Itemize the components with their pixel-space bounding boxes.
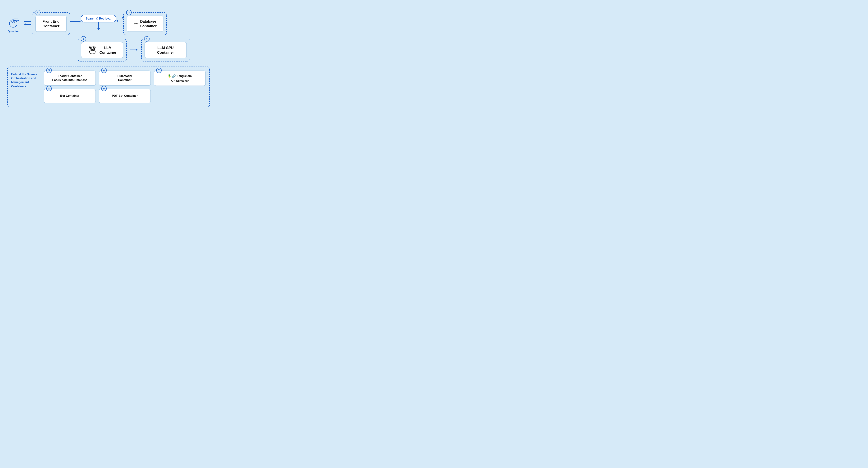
arrow-left-2 — [116, 20, 123, 22]
container-number-5: 5 — [46, 68, 52, 73]
bot-label: Bot Container — [60, 94, 80, 98]
pdf-bot-container: 9 PDF Bot Container — [99, 89, 151, 103]
behind-grid: 5 Loader ContainerLoads data into Databa… — [44, 70, 206, 103]
question-icon — [7, 16, 20, 29]
question-label: Question — [8, 30, 19, 33]
database-label: DatabaseContainer — [140, 19, 157, 28]
front-end-inner: Front EndContainer — [35, 15, 67, 32]
behind-scenes-label-block: Behind the ScenesOrchestration andManage… — [11, 70, 40, 89]
neo4j-text: ₙeo4j — [134, 22, 138, 25]
svg-point-5 — [90, 50, 95, 54]
search-db-arrows — [116, 17, 123, 22]
database-inner: ₙeo4j DatabaseContainer — [127, 15, 163, 32]
diagram: Question 1 Front EndContainer — [4, 7, 213, 111]
llm-container: 3 LL — [78, 39, 127, 61]
svg-point-6 — [90, 47, 95, 51]
search-retrieval-label: Search & Retrieval — [86, 17, 111, 20]
llm-icon — [88, 45, 97, 55]
container-number-7: 7 — [156, 68, 162, 73]
pull-model-inner: Pull-ModelContainer — [99, 70, 151, 86]
front-end-container: 1 Front EndContainer — [32, 12, 70, 35]
llm-gpu-inner: LLM GPUContainer — [145, 42, 187, 58]
arrow-right-1 — [24, 21, 31, 23]
search-retrieval-pill: Search & Retrieval — [81, 15, 116, 23]
question-block: Question — [7, 16, 20, 33]
search-retrieval-section: Search & Retrieval — [81, 15, 116, 30]
bot-container: 8 Bot Container — [44, 89, 96, 103]
svg-point-11 — [92, 50, 93, 50]
llm-to-gpu-arrow — [130, 49, 137, 51]
pull-model-container: 6 Pull-ModelContainer — [99, 70, 151, 86]
loader-container: 5 Loader ContainerLoads data into Databa… — [44, 70, 96, 86]
grid-placeholder — [154, 89, 206, 103]
container-number-3: 3 — [81, 36, 86, 41]
llm-label: LLMContainer — [99, 45, 116, 55]
down-arrow — [97, 23, 100, 30]
llm-gpu-label: LLM GPUContainer — [157, 45, 174, 55]
loader-inner: Loader ContainerLoads data into Database — [44, 70, 96, 86]
langchain-container: 7 🦜🔗 LangChain API Container — [154, 70, 206, 86]
container-number-2: 2 — [126, 10, 132, 15]
container-number-9: 9 — [101, 86, 107, 91]
loader-label: Loader ContainerLoads data into Database — [52, 74, 87, 82]
container-number-8: 8 — [46, 86, 52, 91]
langchain-text: LangChain — [177, 74, 192, 78]
pull-model-label: Pull-ModelContainer — [118, 74, 132, 82]
behind-scenes-label: Behind the ScenesOrchestration andManage… — [11, 73, 37, 88]
bot-inner: Bot Container — [44, 89, 96, 103]
svg-point-9 — [91, 49, 92, 49]
arrow-left-1 — [24, 23, 31, 26]
behind-scenes-container: Behind the ScenesOrchestration andManage… — [7, 67, 210, 107]
llm-inner: LLMContainer — [81, 42, 123, 58]
langchain-content: 🦜🔗 LangChain API Container — [168, 74, 192, 82]
arrow-to-search — [70, 21, 81, 23]
front-end-label: Front EndContainer — [42, 19, 60, 28]
pdf-bot-label: PDF Bot Container — [112, 94, 137, 98]
svg-point-10 — [93, 49, 94, 49]
container-number-6: 6 — [101, 68, 107, 73]
langchain-title-row: 🦜🔗 LangChain — [168, 74, 192, 78]
svg-rect-2 — [13, 17, 19, 21]
database-container: 2 ₙeo4j DatabaseContainer — [123, 12, 167, 35]
langchain-inner: 🦜🔗 LangChain API Container — [154, 70, 206, 86]
container-number-4: 4 — [144, 36, 150, 41]
pdf-bot-inner: PDF Bot Container — [99, 89, 151, 103]
container-number-1: 1 — [35, 10, 40, 15]
langchain-api-label: API Container — [171, 79, 189, 82]
neo4j-label: ₙeo4j DatabaseContainer — [134, 19, 157, 28]
llm-row: 3 LL — [7, 39, 210, 61]
arrow-right-2 — [116, 17, 123, 19]
llm-gpu-container: 4 LLM GPUContainer — [141, 39, 190, 61]
question-arrows — [24, 21, 31, 26]
langchain-emoji: 🦜🔗 — [168, 74, 176, 78]
